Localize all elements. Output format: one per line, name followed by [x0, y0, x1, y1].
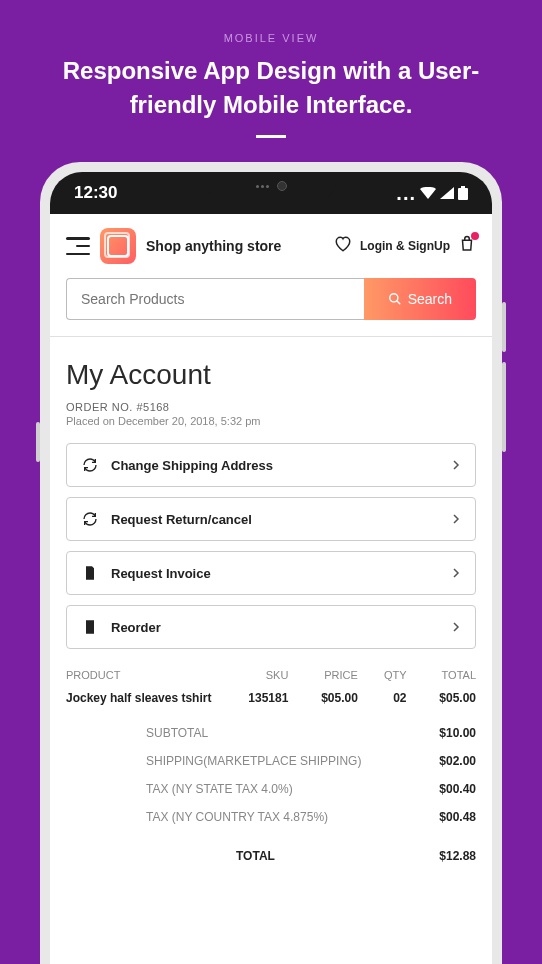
refresh-icon	[81, 510, 99, 528]
summary-value: $10.00	[439, 726, 476, 740]
svg-rect-0	[458, 188, 468, 200]
order-date: Placed on December 20, 2018, 5:32 pm	[66, 415, 476, 427]
summary-tax1: TAX (NY STATE TAX 4.0%) $00.40	[66, 775, 476, 803]
svg-line-3	[396, 301, 400, 305]
login-link[interactable]: Login & SignUp	[360, 239, 450, 253]
cell-qty: 02	[358, 691, 407, 705]
cell-total: $05.00	[407, 691, 477, 705]
phone-button	[502, 302, 506, 352]
summary-subtotal: SUBTOTAL $10.00	[66, 719, 476, 747]
search-button[interactable]: Search	[364, 278, 476, 320]
chevron-right-icon	[451, 618, 461, 636]
chevron-right-icon	[451, 510, 461, 528]
col-price: PRICE	[288, 669, 358, 681]
phone-frame: 12:30 ... Shop anything store Login & Si…	[40, 162, 502, 964]
refresh-icon	[81, 456, 99, 474]
summary-label: TAX (NY COUNTRY TAX 4.875%)	[66, 810, 328, 824]
reorder-button[interactable]: Reorder	[66, 605, 476, 649]
chevron-right-icon	[451, 564, 461, 582]
svg-rect-1	[461, 186, 465, 188]
battery-icon	[458, 186, 468, 200]
table-row: Jockey half sleaves tshirt 135181 $05.00…	[66, 687, 476, 719]
summary-label: TAX (NY STATE TAX 4.0%)	[66, 782, 293, 796]
status-time: 12:30	[74, 183, 117, 203]
search-icon	[388, 292, 402, 306]
col-product: PRODUCT	[66, 669, 219, 681]
status-icons: ...	[396, 182, 468, 205]
order-table: PRODUCT SKU PRICE QTY TOTAL Jockey half …	[66, 669, 476, 870]
heart-icon[interactable]	[334, 235, 352, 257]
action-label: Reorder	[111, 620, 439, 635]
change-shipping-button[interactable]: Change Shipping Address	[66, 443, 476, 487]
order-number: ORDER NO. #5168	[66, 401, 476, 413]
search-button-label: Search	[408, 291, 452, 307]
summary-shipping: SHIPPING(MARKETPLACE SHIPPING) $02.00	[66, 747, 476, 775]
cell-sku: 135181	[219, 691, 288, 705]
menu-icon[interactable]	[66, 237, 90, 255]
app-header: Shop anything store Login & SignUp	[50, 214, 492, 278]
col-sku: SKU	[219, 669, 288, 681]
wifi-icon	[420, 187, 436, 199]
invoice-icon	[81, 564, 99, 582]
phone-button	[502, 362, 506, 452]
summary-tax2: TAX (NY COUNTRY TAX 4.875%) $00.48	[66, 803, 476, 831]
table-header: PRODUCT SKU PRICE QTY TOTAL	[66, 669, 476, 687]
page-title: My Account	[66, 359, 476, 391]
phone-notch	[206, 172, 336, 200]
cell-product: Jockey half sleaves tshirt	[66, 691, 219, 705]
brand-name: Shop anything store	[146, 238, 324, 254]
promo-title: Responsive App Design with a User-friend…	[0, 44, 542, 121]
svg-point-2	[389, 294, 397, 302]
cart-badge	[471, 232, 479, 240]
request-return-button[interactable]: Request Return/cancel	[66, 497, 476, 541]
status-bar: 12:30 ...	[50, 172, 492, 214]
document-icon	[81, 618, 99, 636]
search-input[interactable]	[66, 278, 364, 320]
search-row: Search	[50, 278, 492, 336]
chevron-right-icon	[451, 456, 461, 474]
action-label: Request Invoice	[111, 566, 439, 581]
summary-label: SUBTOTAL	[66, 726, 208, 740]
summary-value: $00.40	[439, 782, 476, 796]
promo-label: MOBILE VIEW	[0, 0, 542, 44]
logo-icon[interactable]	[100, 228, 136, 264]
action-label: Request Return/cancel	[111, 512, 439, 527]
summary-value: $00.48	[439, 810, 476, 824]
cell-price: $05.00	[288, 691, 358, 705]
request-invoice-button[interactable]: Request Invoice	[66, 551, 476, 595]
cart-icon[interactable]	[458, 235, 476, 257]
signal-icon	[440, 187, 454, 199]
summary-total: TOTAL $12.88	[66, 831, 476, 870]
summary-value: $12.88	[439, 849, 476, 863]
phone-button	[36, 422, 40, 462]
summary-value: $02.00	[439, 754, 476, 768]
promo-underline	[256, 135, 286, 138]
col-total: TOTAL	[407, 669, 477, 681]
col-qty: QTY	[358, 669, 407, 681]
summary-label: SHIPPING(MARKETPLACE SHIPPING)	[66, 754, 361, 768]
action-label: Change Shipping Address	[111, 458, 439, 473]
summary-label: TOTAL	[66, 849, 275, 863]
